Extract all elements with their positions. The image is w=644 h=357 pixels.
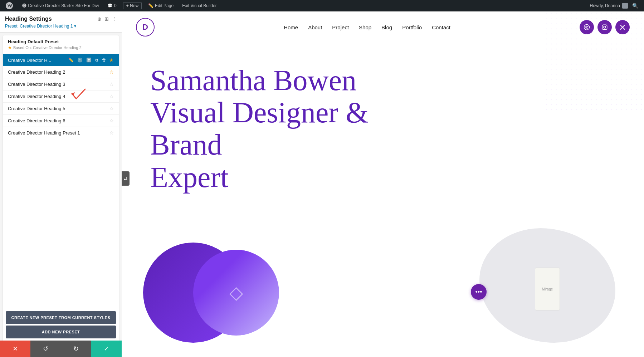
toolbar-save-button[interactable]: ✓ — [91, 341, 122, 357]
preset-copy-icon[interactable]: ⧉ — [94, 57, 99, 63]
admin-avatar — [622, 3, 628, 9]
active-preset-label: Creative Director H... — [8, 58, 51, 63]
website-area: D Home About Project Shop Blog Portfolio… — [122, 11, 644, 357]
admin-bar-howdy: Howdy, Deanna — [590, 3, 628, 9]
create-preset-button[interactable]: CREATE NEW PRESET FROM CURRENT STYLES — [6, 311, 116, 324]
nav-shop[interactable]: Shop — [359, 24, 371, 30]
preset-section: Heading Default Preset ★ Based On: Creat… — [3, 35, 119, 354]
panel-header-icons: ⊕ ⊞ ⋮ — [97, 16, 117, 22]
save-icon: ✓ — [104, 345, 109, 353]
star-icon[interactable]: ☆ — [109, 94, 114, 99]
purple-circle-2: ◇ — [193, 250, 279, 336]
panel-more-icon[interactable]: ⋮ — [112, 16, 117, 22]
hero-title: Samantha Bowen Visual Designer & Brand E… — [150, 64, 444, 194]
list-item[interactable]: Creative Director Heading 4 ☆ — [3, 91, 119, 103]
pencil-icon: ✏️ — [148, 3, 153, 8]
arrows-icon: ⇄ — [124, 176, 127, 181]
star-icon[interactable]: ☆ — [109, 118, 114, 123]
admin-bar-site[interactable]: 🅓 Creative Director Starter Site For Div… — [20, 0, 101, 11]
panel-search-icon[interactable]: ⊕ — [97, 16, 102, 22]
preset-star-icon[interactable]: ★ — [109, 57, 114, 63]
preset-action-icons: ✏️ ⚙️ ⬆️ ⧉ 🗑 ★ — [68, 57, 114, 63]
nav-contact[interactable]: Contact — [432, 24, 450, 30]
blob-shape: Mirage — [479, 228, 615, 343]
list-item[interactable]: Creative Director Heading 3 ☆ — [3, 78, 119, 91]
admin-bar-exit-builder[interactable]: Exit Visual Builder — [180, 0, 219, 11]
nav-portfolio[interactable]: Portfolio — [402, 24, 422, 30]
svg-marker-0 — [71, 92, 75, 96]
nav-home[interactable]: Home — [284, 24, 298, 30]
preset-default-label: Heading Default Preset — [8, 39, 114, 44]
left-panel: Heading Settings ⊕ ⊞ ⋮ Preset: Creative … — [0, 11, 122, 357]
preset-settings-icon[interactable]: ⚙️ — [77, 57, 83, 63]
preset-upload-icon[interactable]: ⬆️ — [86, 57, 92, 63]
gray-image-blob: Mirage — [479, 228, 630, 357]
preset-list: Creative Director Heading 2 ☆ Creative D… — [3, 66, 119, 308]
site-logo: D — [136, 18, 155, 36]
star-icon[interactable]: ☆ — [109, 130, 114, 136]
toolbar-close-button[interactable]: ✕ — [0, 341, 30, 357]
admin-bar-right: Howdy, Deanna 🔍 — [590, 3, 641, 9]
redo-icon: ↻ — [73, 345, 79, 353]
nav-about[interactable]: About — [308, 24, 322, 30]
panel-resize-handle[interactable]: ⇄ — [122, 171, 130, 186]
list-item[interactable]: Creative Director Heading 2 ☆ — [3, 66, 119, 78]
toolbar-undo-button[interactable]: ↺ — [30, 341, 61, 357]
add-preset-button[interactable]: ADD NEW PRESET — [6, 326, 116, 338]
list-item[interactable]: Creative Director Heading Preset 1 ☆ — [3, 127, 119, 139]
preset-default-header: Heading Default Preset ★ Based On: Creat… — [3, 35, 119, 54]
divi-icon: 🅓 — [22, 3, 26, 8]
admin-bar-comments[interactable]: 💬 0 — [105, 0, 119, 11]
undo-icon: ↺ — [43, 345, 48, 353]
star-icon[interactable]: ☆ — [109, 82, 114, 87]
star-icon[interactable]: ☆ — [109, 106, 114, 111]
close-icon: ✕ — [13, 345, 18, 353]
panel-layout-icon[interactable]: ⊞ — [104, 16, 109, 22]
nav-blog[interactable]: Blog — [381, 24, 392, 30]
panel-preset-label[interactable]: Preset: Creative Director Heading 1 ▾ — [5, 24, 117, 29]
nav-project[interactable]: Project — [332, 24, 349, 30]
site-nav: Home About Project Shop Blog Portfolio C… — [284, 24, 450, 30]
star-icon[interactable]: ☆ — [109, 69, 114, 75]
hero-section: Samantha Bowen Visual Designer & Brand E… — [122, 43, 644, 208]
list-item[interactable]: Creative Director Heading 5 ☆ — [3, 103, 119, 115]
comment-icon: 💬 — [107, 3, 113, 8]
bottom-images-row: ◇ Mirage — [122, 228, 644, 357]
preset-based-on: ★ Based On: Creative Director Heading 2 — [8, 45, 114, 50]
active-preset-item[interactable]: Creative Director H... ✏️ ⚙️ ⬆️ ⧉ 🗑 ★ — [3, 54, 119, 66]
admin-bar-new-button[interactable]: + New — [123, 2, 142, 9]
product-icon: ◇ — [229, 282, 243, 303]
candle: Mirage — [535, 260, 560, 310]
toolbar-redo-button[interactable]: ↻ — [61, 341, 91, 357]
purple-image-blob: ◇ — [136, 228, 301, 357]
candle-label: Mirage — [542, 287, 553, 292]
fab-button[interactable]: ••• — [471, 284, 487, 300]
admin-bar: 🅓 Creative Director Starter Site For Div… — [0, 0, 644, 11]
bottom-toolbar: ✕ ↺ ↻ ✓ — [0, 341, 122, 357]
fab-more-icon: ••• — [475, 288, 482, 296]
wp-logo[interactable] — [3, 2, 16, 9]
panel-title: Heading Settings — [5, 16, 52, 22]
candle-jar: Mirage — [535, 268, 560, 310]
star-icon: ★ — [8, 45, 12, 50]
list-item[interactable]: Creative Director Heading 6 ☆ — [3, 115, 119, 127]
admin-search-icon[interactable]: 🔍 — [629, 3, 641, 9]
admin-bar-edit-page[interactable]: ✏️ Edit Page — [146, 0, 176, 11]
preset-delete-icon[interactable]: 🗑 — [101, 57, 107, 63]
panel-header: Heading Settings ⊕ ⊞ ⋮ Preset: Creative … — [0, 11, 122, 33]
preset-edit-icon[interactable]: ✏️ — [68, 57, 74, 63]
